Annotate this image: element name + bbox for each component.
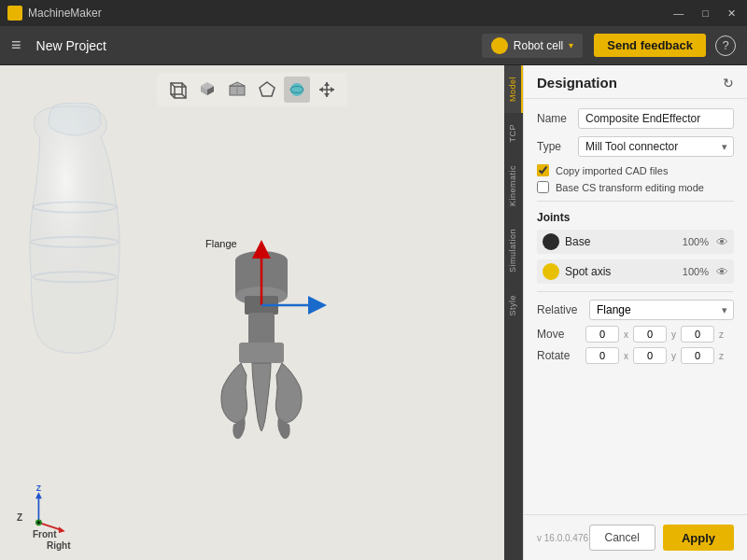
move-z-input[interactable] — [681, 326, 714, 343]
rotate-z-axis: z — [719, 351, 724, 361]
app-name: MachineMaker — [28, 7, 102, 20]
move-y-axis: y — [671, 329, 676, 340]
rotate-y-input[interactable] — [633, 347, 667, 364]
joint-base-visibility-icon[interactable]: 👁 — [716, 235, 728, 249]
app-icon — [7, 6, 22, 21]
relative-dropdown[interactable]: Flange World Base — [589, 300, 734, 320]
move-label: Move — [537, 328, 582, 341]
joint-spotaxis-color — [543, 263, 559, 280]
panel-body: Name Type Mill Tool connector Gripper We… — [524, 99, 747, 514]
rotate-z-input[interactable] — [681, 347, 714, 364]
front-label: Front — [33, 529, 57, 539]
joint-spotaxis-visibility-icon[interactable]: 👁 — [716, 265, 728, 279]
move-x-axis: x — [624, 329, 628, 340]
tab-simulation[interactable]: Simulation — [504, 217, 523, 284]
name-label: Name — [537, 112, 571, 125]
move-z-axis: z — [719, 329, 724, 340]
tab-style[interactable]: Style — [504, 284, 523, 328]
rotate-y-axis: y — [671, 351, 676, 361]
refresh-icon[interactable]: ↻ — [723, 76, 734, 91]
tab-kinematic[interactable]: Kinematic — [504, 154, 523, 217]
joint-base-name: Base — [565, 235, 675, 248]
joint-spotaxis-row: Spot axis 100% 👁 — [537, 259, 734, 284]
maximize-button[interactable]: □ — [698, 6, 712, 21]
joint-base-row: Base 100% 👁 — [537, 230, 734, 254]
menu-icon[interactable]: ≡ — [11, 35, 21, 55]
joint-spotaxis-name: Spot axis — [565, 265, 675, 278]
panel-footer: v 16.0.0.476 Cancel Apply — [524, 514, 747, 560]
rotate-row: Rotate x y z — [537, 347, 734, 364]
rotate-x-input[interactable] — [585, 347, 619, 364]
separator-2 — [537, 291, 734, 292]
copy-cad-checkbox[interactable] — [537, 164, 549, 176]
type-dropdown[interactable]: Mill Tool connector Gripper Welding Tool… — [578, 136, 734, 157]
base-cs-label[interactable]: Base CS transform editing mode — [556, 182, 704, 193]
svg-marker-39 — [59, 526, 65, 533]
panel-header: Designation ↻ — [524, 65, 747, 99]
panel-title: Designation — [537, 75, 617, 91]
move-x-input[interactable] — [585, 326, 619, 343]
viewport[interactable]: Flange Z Z Front Right — [0, 65, 504, 560]
cancel-button[interactable]: Cancel — [589, 525, 655, 551]
name-field-row: Name — [537, 108, 734, 129]
type-label: Type — [537, 140, 571, 153]
footer-buttons: Cancel Apply — [589, 525, 734, 551]
joint-base-pct: 100% — [681, 236, 709, 247]
flange-label: Flange — [205, 238, 237, 249]
minimize-button[interactable]: — — [669, 6, 687, 21]
rotate-x-axis: x — [624, 351, 628, 361]
svg-rect-29 — [248, 313, 275, 346]
main-area: Flange Z Z Front Right — [0, 65, 747, 560]
sidebar-tabs: Model TCP Kinematic Simulation Style — [504, 65, 523, 560]
name-input[interactable] — [578, 108, 734, 129]
rotate-label: Rotate — [537, 349, 582, 362]
app-logo: MachineMaker — [7, 6, 102, 21]
relative-row: Relative Flange World Base — [537, 300, 734, 320]
joint-spotaxis-pct: 100% — [681, 266, 709, 277]
base-cs-checkbox[interactable] — [537, 181, 549, 193]
right-panel: Designation ↻ Name Type Mill Tool connec… — [523, 65, 747, 560]
robot-cell-dropdown-arrow: ▾ — [569, 40, 573, 50]
help-button[interactable]: ? — [715, 35, 736, 56]
version-text: v 16.0.0.476 — [537, 533, 588, 543]
z-label: Z — [17, 512, 22, 523]
right-label: Right — [47, 540, 71, 551]
robot-icon — [491, 37, 508, 54]
joints-title: Joints — [537, 211, 734, 224]
svg-point-41 — [37, 522, 40, 525]
topbar: ≡ New Project Robot cell ▾ Send feedback… — [0, 26, 747, 65]
move-y-input[interactable] — [633, 326, 667, 343]
svg-marker-36 — [35, 492, 42, 498]
feedback-button[interactable]: Send feedback — [594, 34, 706, 57]
base-cs-row: Base CS transform editing mode — [537, 181, 734, 193]
relative-select[interactable]: Flange World Base — [589, 300, 734, 320]
svg-text:Z: Z — [36, 483, 41, 493]
move-row: Move x y z — [537, 326, 734, 343]
type-field-row: Type Mill Tool connector Gripper Welding… — [537, 136, 734, 157]
separator-1 — [537, 201, 734, 202]
relative-label: Relative — [537, 303, 582, 316]
tab-tcp[interactable]: TCP — [504, 113, 523, 154]
project-name: New Project — [36, 38, 106, 53]
apply-button[interactable]: Apply — [663, 525, 734, 551]
copy-cad-label[interactable]: Copy imported CAD files — [556, 165, 668, 176]
copy-cad-row: Copy imported CAD files — [537, 164, 734, 176]
close-button[interactable]: ✕ — [724, 6, 740, 21]
titlebar: MachineMaker — □ ✕ — [0, 0, 747, 26]
joint-base-color — [543, 233, 559, 250]
bottle-object — [0, 103, 168, 364]
type-select[interactable]: Mill Tool connector Gripper Welding Tool… — [578, 136, 734, 157]
3d-scene: Flange Z Z Front Right — [0, 65, 504, 560]
robot-cell-button[interactable]: Robot cell ▾ — [482, 34, 583, 58]
svg-rect-30 — [239, 343, 284, 363]
tab-model[interactable]: Model — [504, 65, 523, 113]
window-controls: — □ ✕ — [669, 6, 740, 21]
robot-gripper — [168, 221, 355, 485]
robot-cell-label: Robot cell — [514, 39, 563, 52]
